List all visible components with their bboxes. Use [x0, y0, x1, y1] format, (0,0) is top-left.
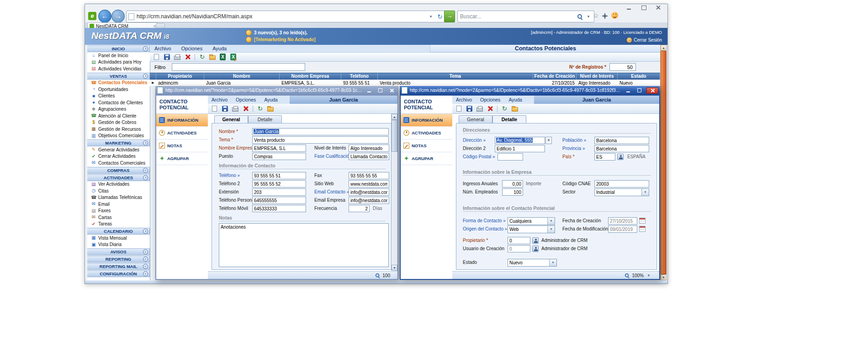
menu-opciones[interactable]: Opciones	[181, 46, 202, 51]
cell-nivel-interes[interactable]: Algo Interesado	[577, 80, 618, 86]
zoom-icon[interactable]	[375, 273, 380, 278]
save-icon[interactable]	[164, 54, 170, 60]
filter-input[interactable]	[172, 63, 305, 71]
dropdown-arrow-icon[interactable]	[547, 218, 555, 225]
cell-propietario[interactable]: admincrm	[156, 80, 204, 86]
scroll-up-icon[interactable]	[661, 45, 667, 51]
popup-minimize-icon[interactable]	[365, 87, 374, 94]
sidebar-item-oportunidades[interactable]: Oportunidades	[87, 86, 150, 93]
tab-general[interactable]: General	[214, 115, 248, 123]
popup-menu-opciones[interactable]: Opciones	[236, 97, 256, 102]
nivel-interes-input[interactable]	[349, 145, 389, 152]
pais-lookup-icon[interactable]	[617, 154, 624, 160]
collapse-chevron-icon[interactable]	[143, 46, 148, 51]
zoom-level[interactable]: 100	[382, 273, 390, 278]
codigo-postal-label[interactable]: Código Postal »	[463, 154, 495, 159]
sidebar-section-marketing[interactable]: MARKETING	[87, 139, 150, 146]
address-dropdown-icon[interactable]	[428, 14, 434, 19]
sidebar-item-generar-actividades[interactable]: Generar Actividades	[87, 146, 150, 153]
main-scrollbar[interactable]	[660, 45, 667, 280]
logout-button[interactable]: Cerrar Sesión	[627, 38, 662, 43]
sidebar-item-contactos-de-clientes[interactable]: Contactos de Clientes	[87, 99, 150, 106]
new-record-icon[interactable]	[456, 106, 461, 112]
search-icon[interactable]	[577, 14, 583, 20]
folder-icon[interactable]	[267, 107, 274, 112]
sidebar-section-calendario[interactable]: CALENDARIO	[87, 228, 150, 235]
new-record-icon[interactable]	[154, 54, 159, 60]
refresh-page-icon[interactable]	[199, 54, 206, 60]
codigo-postal-input[interactable]	[498, 153, 523, 161]
cell-nombre-empresa[interactable]: EMPRESA, S.L.	[280, 80, 341, 86]
expand-chevron-icon[interactable]	[143, 257, 148, 262]
expand-chevron-icon[interactable]	[143, 264, 148, 269]
refresh-page-icon[interactable]	[257, 105, 264, 112]
feedback-smiley-icon[interactable]	[611, 12, 618, 19]
nav-item-actividades[interactable]: ACTIVIDADES	[401, 127, 452, 139]
print-icon[interactable]	[232, 107, 238, 112]
popup-maximize-icon[interactable]	[635, 87, 644, 94]
telefono-movil-input[interactable]	[252, 205, 306, 212]
expand-chevron-icon[interactable]	[143, 168, 148, 173]
propietario-lookup-icon[interactable]	[532, 237, 539, 244]
search-box[interactable]: Buscar...	[457, 11, 594, 22]
nav-item-informacion[interactable]: INFORMACIÓN	[156, 114, 208, 127]
tema-input[interactable]	[252, 136, 389, 144]
collapse-chevron-icon[interactable]	[143, 74, 148, 79]
column-header-fecha-creacion[interactable]: Fecha de Creación	[533, 73, 577, 80]
sidebar-item-vista-mensual[interactable]: Vista Mensual	[87, 235, 150, 241]
forma-contacto-select[interactable]: Cualquiera	[508, 217, 555, 225]
sidebar-section-configuracion[interactable]: CONFIGURACIÓN	[87, 270, 150, 277]
origen-contacto-label[interactable]: Origen del Contacto »	[463, 226, 507, 231]
zoom-level[interactable]: 100%	[632, 273, 644, 278]
collapse-chevron-icon[interactable]	[143, 229, 148, 234]
puesto-input[interactable]	[252, 153, 306, 160]
expand-chevron-icon[interactable]	[143, 271, 148, 276]
nav-item-agrupar[interactable]: AGRUPAR	[401, 152, 452, 165]
fecha-modificacion-input[interactable]	[608, 225, 637, 233]
sidebar-item-cartas[interactable]: Cartas	[87, 214, 150, 221]
popup-menu-archivo[interactable]: Archivo	[456, 97, 472, 102]
email-empresa-input[interactable]	[349, 197, 389, 204]
refresh-icon[interactable]	[436, 13, 444, 20]
nav-item-notas[interactable]: NOTAS	[401, 139, 452, 152]
usuario-creacion-input[interactable]	[508, 245, 530, 252]
column-header-telefono[interactable]: Teléfono	[341, 73, 378, 80]
sidebar-item-ver-actividades[interactable]: Ver Actividades	[87, 181, 150, 188]
column-header-propietario[interactable]: Propietario	[156, 73, 204, 80]
sidebar-item-objetivos-comerciales[interactable]: Objetivos Comerciales	[87, 133, 150, 139]
go-button[interactable]	[444, 11, 455, 22]
print-icon[interactable]	[174, 56, 180, 60]
tab-detalle[interactable]: Detalle	[248, 115, 282, 123]
zoom-icon[interactable]	[625, 273, 630, 278]
provincia-label[interactable]: Provincia »	[562, 146, 585, 151]
estado-select[interactable]: Nuevo	[508, 259, 557, 267]
scrollbar-thumb[interactable]	[392, 120, 397, 152]
propietario-input[interactable]	[508, 237, 530, 244]
sidebar-section-avisos[interactable]: AVISOS	[87, 248, 150, 255]
provincia-input[interactable]	[594, 145, 649, 152]
dropdown-arrow-icon[interactable]	[641, 189, 649, 196]
nav-item-actividades[interactable]: ACTIVIDADES	[156, 127, 208, 139]
sitio-web-input[interactable]	[349, 180, 389, 188]
refresh-page-icon[interactable]	[501, 105, 508, 112]
fase-cualificacion-input[interactable]	[349, 153, 389, 160]
sidebar-item-contactos-potenciales[interactable]: Contactos Potenciales	[87, 80, 150, 86]
sidebar-item-gestion-de-cobros[interactable]: Gestión de Cobros	[87, 119, 150, 126]
folder-icon[interactable]	[512, 107, 518, 112]
column-header-nivel-interes[interactable]: Nivel de Interés	[577, 73, 618, 80]
export-excel-icon[interactable]	[220, 54, 226, 60]
forma-contacto-label[interactable]: Forma de Contacto »	[463, 218, 506, 223]
telefono-personal-input[interactable]	[252, 197, 306, 204]
address-bar[interactable]: http://crm.navidian.net/NavidianCRM/main…	[126, 11, 446, 22]
new-items-alert[interactable]: 3 nuevo(s), 3 no leído(s).	[254, 30, 307, 35]
sidebar-item-cerrar-actividades[interactable]: Cerrar Actividades	[87, 153, 150, 160]
popup-maximize-icon[interactable]	[376, 87, 385, 94]
folder-icon[interactable]	[209, 55, 216, 60]
popup-title-bar[interactable]: http://crm.navidian.net/?mode=2&parms=5&…	[155, 86, 398, 95]
sidebar-section-inicio[interactable]: INICIO	[87, 45, 150, 52]
cell-fecha-creacion[interactable]: 27/10/2015	[533, 80, 577, 86]
delete-icon[interactable]	[487, 105, 493, 112]
sidebar-item-citas[interactable]: Citas	[87, 188, 150, 194]
sidebar-item-email[interactable]: Email	[87, 201, 150, 208]
forward-button[interactable]	[111, 10, 125, 23]
